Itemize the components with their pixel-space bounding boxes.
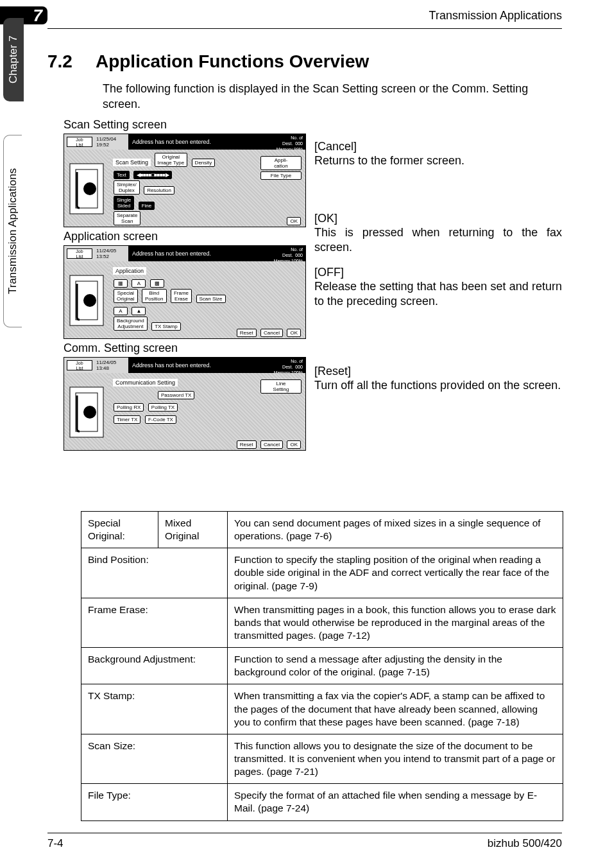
line-setting-button[interactable]: LineSetting (260, 379, 302, 394)
cell: Scan Size: (81, 734, 228, 783)
cancel-text: Returns to the former screen. (314, 153, 562, 168)
density-bar[interactable]: ◀■■■■□■■■■▶ (133, 171, 172, 179)
icon-button[interactable]: ▦ (114, 279, 128, 288)
doc-preview-icon (64, 373, 109, 451)
frame-erase-button[interactable]: FrameErase (171, 289, 192, 303)
password-tx-button[interactable]: Password TX (158, 391, 194, 399)
page-number: 7-4 (47, 837, 64, 850)
header-rule (47, 28, 562, 29)
fine-button[interactable]: Fine (139, 202, 155, 210)
table-row: Frame Erase: When transmitting pages in … (81, 598, 563, 647)
timer-tx-button[interactable]: Timer TX (114, 415, 140, 424)
icon-button[interactable]: A (114, 307, 128, 315)
table-row: Background Adjustment: Function to send … (81, 648, 563, 684)
cell: Mixed Original (158, 512, 228, 548)
simplex-button[interactable]: Simplex/Duplex (114, 180, 140, 195)
scan-size-button[interactable]: Scan Size (196, 295, 226, 303)
section-number: 7.2 (47, 51, 72, 72)
comm-setting-screen-label: Comm. Setting screen (64, 342, 178, 355)
app-panel-title: Application (113, 267, 146, 275)
file-type-button[interactable]: File Type (260, 171, 302, 180)
single-button[interactable]: SingleSided (114, 196, 134, 210)
application-screen-label: Application screen (64, 230, 158, 243)
scan-panel-title: Scan Setting (113, 159, 151, 166)
scan-setting-screen-label: Scan Setting screen (64, 118, 167, 132)
app-datetime: 11/24/0513:52 (95, 248, 128, 259)
cell: You can send document pages of mixed siz… (228, 512, 563, 548)
density-button[interactable]: Density (192, 159, 216, 167)
comm-msg-bar: Address has not been entered. No. ofDest… (128, 358, 305, 373)
reset-heading: [Reset] (314, 365, 562, 378)
table-row: Scan Size: This function allows you to d… (81, 734, 563, 783)
comm-panel-title: Communication Setting (113, 379, 178, 386)
cell: Bind Position: (81, 548, 228, 598)
ok-heading: [OK] (314, 212, 562, 225)
cell: Frame Erase: (81, 598, 228, 647)
cell: TX Stamp: (81, 684, 228, 734)
separate-scan-button[interactable]: SeparateScan (114, 211, 140, 225)
svg-point-8 (83, 406, 96, 419)
scan-datetime: 11/25/0419:52 (95, 136, 128, 148)
icon-button[interactable]: A (132, 279, 146, 288)
icon-button[interactable]: ▩ (150, 279, 164, 288)
svg-point-5 (83, 294, 96, 307)
orig-type-button[interactable]: OriginalImage Type (155, 153, 188, 167)
table-row: File Type: Specify the format of an atta… (81, 784, 563, 820)
svg-point-2 (83, 182, 96, 195)
doc-preview-icon (64, 261, 109, 339)
doc-preview-icon (64, 150, 109, 227)
table-row: Special Original: Mixed Original You can… (81, 512, 563, 548)
reset-text: Turn off all the functions provided on t… (314, 378, 562, 393)
bind-position-button[interactable]: BindPosition (142, 289, 166, 303)
comm-ok-button[interactable]: OK (287, 440, 301, 449)
table-row: TX Stamp: When transmitting a fax via th… (81, 684, 563, 734)
cell: Special Original: (81, 512, 158, 548)
job-list-tab: JobList (67, 248, 92, 259)
section-title: Application Functions Overview (96, 51, 369, 72)
job-list-tab: JobList (67, 137, 92, 147)
comm-setting-screenshot: JobList 11/24/0513:48 Address has not be… (64, 357, 306, 451)
app-msg-bar: Address has not been entered. No. ofDest… (128, 246, 305, 261)
text-button[interactable]: Text (114, 171, 130, 179)
app-cancel-button[interactable]: Cancel (260, 329, 283, 337)
cell: This function allows you to designate th… (228, 734, 563, 783)
cell: Background Adjustment: (81, 648, 228, 684)
icon-button[interactable]: ▲ (132, 307, 146, 315)
cell: When transmitting pages in a book, this … (228, 598, 563, 647)
appli-button[interactable]: Appli-cation (260, 156, 302, 170)
comm-reset-button[interactable]: Reset (237, 440, 257, 449)
off-text: Release the setting that has been set an… (314, 279, 562, 309)
resolution-button[interactable]: Resolution (144, 186, 174, 195)
table-row: Bind Position: Function to specify the s… (81, 548, 563, 598)
bg-adjust-button[interactable]: BackgroundAdjustment (114, 317, 148, 331)
ok-text: This is pressed when returning to the fa… (314, 225, 562, 256)
polling-rx-button[interactable]: Polling RX (114, 403, 144, 412)
fcode-tx-button[interactable]: F-Code TX (145, 415, 176, 424)
functions-table: Special Original: Mixed Original You can… (81, 511, 563, 821)
cell: File Type: (81, 784, 228, 820)
scan-ok-button[interactable]: OK (287, 217, 301, 225)
running-title: Transmission Applications (47, 6, 612, 22)
side-tab-section: Transmission Applications (3, 135, 22, 327)
product-name: bizhub 500/420 (488, 837, 562, 850)
section-intro: The following function is displayed in t… (103, 81, 562, 112)
cancel-heading: [Cancel] (314, 140, 562, 153)
cell: Specify the format of an attached file w… (228, 784, 563, 820)
app-reset-button[interactable]: Reset (237, 329, 257, 337)
cell: Function to send a message after adjusti… (228, 648, 563, 684)
comm-datetime: 11/24/0513:48 (95, 360, 128, 371)
app-ok-button[interactable]: OK (287, 329, 301, 337)
cell: When transmitting a fax via the copier's… (228, 684, 563, 734)
off-heading: [OFF] (314, 266, 562, 279)
tx-stamp-button[interactable]: TX Stamp (151, 322, 181, 331)
special-original-button[interactable]: SpecialOriginal (114, 289, 138, 303)
application-screenshot: JobList 11/24/0513:52 Address has not be… (64, 245, 306, 339)
scan-msg-bar: Address has not been entered. No. ofDest… (128, 134, 305, 150)
side-tab-chapter: Chapter 7 (3, 18, 24, 101)
cell: Function to specify the stapling positio… (228, 548, 563, 598)
scan-setting-screenshot: JobList 11/25/0419:52 Address has not be… (64, 134, 306, 227)
polling-tx-button[interactable]: Polling TX (148, 403, 178, 412)
comm-cancel-button[interactable]: Cancel (260, 440, 283, 449)
job-list-tab: JobList (67, 360, 92, 370)
